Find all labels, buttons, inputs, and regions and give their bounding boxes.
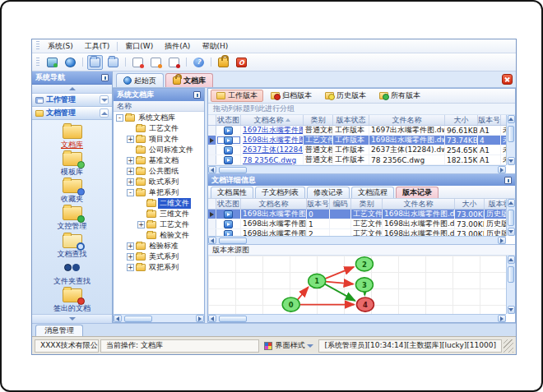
tree-expander-icon[interactable]: +	[137, 221, 145, 228]
column-header[interactable]: 类别	[304, 115, 333, 125]
doc-delete-button[interactable]	[166, 55, 182, 70]
tree-node[interactable]: + 欧式系列	[114, 177, 204, 187]
tree-expander-icon[interactable]: +	[127, 253, 134, 261]
sidebar-item-checked-out-docs[interactable]: 签出的文档	[35, 288, 109, 314]
scrollbar-thumb[interactable]	[124, 316, 152, 322]
scrollbar-thumb[interactable]	[219, 167, 247, 173]
doc-name-cell[interactable]: 2637主体(12284).dwg	[241, 145, 304, 154]
sidebar-item-folder-search[interactable]: 文件夹查找	[35, 261, 109, 287]
column-header[interactable]: 类别	[351, 199, 383, 209]
sidebar-scroll-up[interactable]	[32, 85, 112, 94]
menu-system[interactable]: 系统(S)	[42, 39, 79, 53]
tree-expander-icon[interactable]: +	[127, 264, 134, 271]
menu-plugins[interactable]: 插件(A)	[159, 39, 196, 53]
scroll-left-button[interactable]	[208, 166, 216, 173]
column-header[interactable]: 文件名称	[383, 199, 455, 209]
doc-edit-button[interactable]	[148, 55, 164, 70]
tab-doc-library[interactable]: 文档库	[165, 73, 213, 87]
tree-expander-icon[interactable]: +	[127, 178, 134, 186]
table-row[interactable]: 78 2356C.dwg 普通文档 工作版本 78 2356C.dwg 182.…	[208, 155, 506, 165]
tree-node[interactable]: 三维文件	[114, 209, 204, 219]
doc-name-link[interactable]: 78 2356C.dwg	[243, 156, 296, 164]
tree-node[interactable]: 公司标准文件	[114, 145, 204, 155]
tab-start-page[interactable]: 起始页	[116, 73, 164, 87]
scrollbar-thumb[interactable]	[219, 238, 247, 244]
scroll-up-button[interactable]	[508, 115, 515, 123]
tree-expander-icon[interactable]: +	[127, 168, 134, 175]
open-library-button[interactable]	[87, 55, 103, 70]
scroll-down-button[interactable]	[508, 157, 515, 165]
table-row[interactable]: 1697出水嘴零件图.dwg 普通文档 工作版本 1697出水嘴零件图.dwg …	[208, 126, 506, 136]
column-header[interactable]: 版本号	[307, 199, 330, 209]
tree-expander-icon[interactable]: +	[127, 157, 134, 164]
table-row[interactable]: 1698出水嘴零件图.dwg 2 工艺文件 1698出水嘴零件图.dwg 73.…	[208, 229, 506, 236]
sidebar-item-template-library[interactable]: 模板库	[35, 152, 109, 178]
table-horizontal-scrollbar[interactable]	[208, 236, 506, 244]
detail-tab[interactable]: 修改记录	[307, 187, 350, 198]
tree-expander-icon[interactable]: -	[127, 189, 134, 196]
doc-name-cell[interactable]: 1697出水嘴零件图.dwg	[241, 126, 304, 135]
chevron-button[interactable]	[100, 108, 109, 118]
column-header[interactable]: 文档名称	[241, 199, 307, 209]
tree-node[interactable]: + 双把系列	[114, 262, 204, 273]
tree-node[interactable]: + 基准文档	[114, 155, 204, 166]
sidebar-item-doc-control[interactable]: 文控管理	[35, 206, 109, 232]
doc-name-link[interactable]: 1698出水嘴零件图.dwg	[243, 136, 304, 145]
tree-expander-icon[interactable]: -	[116, 114, 123, 122]
lock-button[interactable]	[216, 55, 231, 70]
resize-grip[interactable]	[504, 339, 513, 353]
scrollbar-thumb[interactable]	[508, 126, 514, 142]
detail-tab[interactable]: 文档流程	[351, 187, 394, 198]
tree-node[interactable]: - 系统文档库	[114, 113, 204, 123]
toolbar-drag-handle[interactable]	[36, 41, 39, 51]
scrollbar-thumb[interactable]	[508, 210, 514, 226]
column-header[interactable]: 状态图	[216, 115, 241, 125]
folder-view-button[interactable]	[105, 55, 121, 70]
menu-help[interactable]: 帮助(H)	[196, 39, 234, 53]
menu-tools[interactable]: 工具(T)	[79, 39, 116, 53]
tree-node[interactable]: 工艺文件	[114, 123, 204, 134]
scrollbar-thumb[interactable]	[219, 316, 247, 322]
graph-vertical-scrollbar[interactable]	[506, 256, 515, 314]
scroll-left-button[interactable]	[114, 315, 122, 322]
doc-name-cell[interactable]: 1698出水嘴零件图.dwg	[241, 136, 304, 145]
chevron-button[interactable]	[100, 95, 109, 104]
scroll-right-button[interactable]	[498, 166, 506, 173]
tree-node[interactable]: + 项目文件	[114, 134, 204, 145]
tab-message-management[interactable]: 消息管理	[35, 325, 83, 336]
pin-icon[interactable]	[101, 74, 109, 81]
tree-expander-icon[interactable]: +	[127, 136, 134, 143]
column-header[interactable]: 版本号	[478, 115, 501, 125]
version-filter-button[interactable]: 历史版本	[319, 90, 372, 102]
tree-node[interactable]: 二维文件	[114, 198, 204, 209]
interface-style-dropdown[interactable]: 界面样式	[261, 339, 317, 353]
globe-button[interactable]	[63, 55, 78, 70]
scrollbar-thumb[interactable]	[508, 266, 514, 283]
tree-column-header[interactable]: 名称	[114, 101, 204, 112]
scroll-left-button[interactable]	[208, 237, 216, 244]
version-filter-button[interactable]: 工作版本	[211, 90, 263, 102]
doc-name-cell[interactable]: 78 2356C.dwg	[241, 155, 304, 164]
scroll-right-button[interactable]	[196, 315, 204, 322]
doc-name-link[interactable]: 1697出水嘴零件图.dwg	[243, 126, 304, 135]
tree-node[interactable]: + 检验标准	[114, 241, 204, 251]
sidebar-scroll-down[interactable]	[32, 314, 112, 323]
doc-name-link[interactable]: 2637主体(12284).dwg	[243, 145, 304, 154]
column-header[interactable]: 文件名称	[369, 115, 445, 125]
menu-window[interactable]: 窗口(W)	[119, 39, 159, 53]
column-header[interactable]: 状态图	[216, 199, 241, 209]
column-header[interactable]: 版本状态	[333, 115, 369, 125]
scroll-left-button[interactable]	[208, 315, 216, 322]
detail-tab[interactable]: 子文档列表	[255, 187, 305, 198]
table-vertical-scrollbar[interactable]	[506, 115, 515, 165]
detail-tab[interactable]: 版本记录	[396, 187, 439, 198]
version-graph-canvas[interactable]: 01234	[208, 256, 506, 314]
table-horizontal-scrollbar[interactable]	[208, 165, 506, 173]
sidebar-group-document-management[interactable]: 文档管理	[32, 107, 112, 120]
monitor-button[interactable]	[44, 55, 60, 70]
detail-tab[interactable]: 文档属性	[211, 187, 253, 198]
table-row[interactable]: 1698出水嘴零件图.dwg 工艺文件 工作版本 1698出水嘴零件图.dwg …	[208, 136, 506, 145]
sidebar-item-doc-library[interactable]: 文档库	[35, 125, 109, 150]
table-vertical-scrollbar[interactable]	[506, 199, 515, 236]
scroll-right-button[interactable]	[498, 315, 506, 322]
